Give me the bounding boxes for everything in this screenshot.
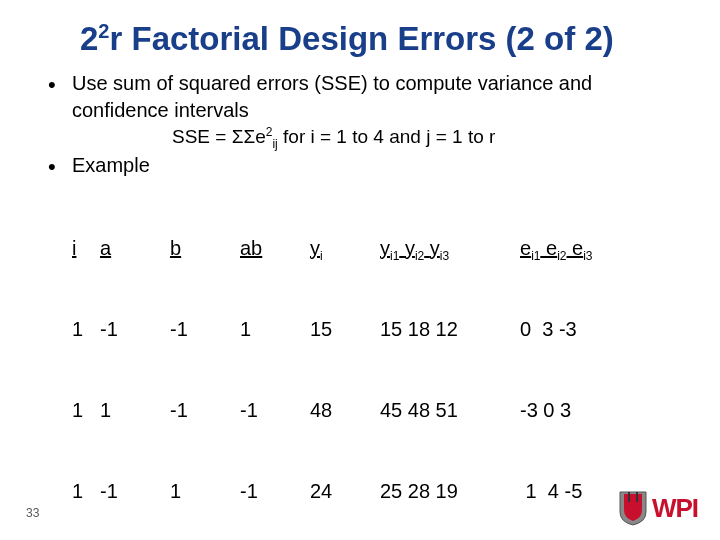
t: i2	[415, 249, 424, 263]
cell: 1	[170, 478, 240, 505]
cell: 15	[310, 316, 380, 343]
t: i3	[583, 249, 592, 263]
cell: 1	[240, 316, 310, 343]
t: e	[546, 237, 557, 259]
cell: 15 18 12	[380, 316, 520, 343]
page-number: 33	[26, 506, 39, 520]
t: for i = 1 to 4 and j = 1 to r	[278, 126, 496, 147]
cell: -1	[170, 316, 240, 343]
wpi-logo: WPI	[618, 490, 698, 526]
shield-icon	[618, 490, 648, 526]
col-a: a	[100, 235, 170, 262]
cell: 1	[72, 478, 100, 505]
t: y	[310, 237, 320, 259]
cell: 45 48 51	[380, 397, 520, 424]
table-row: 1 1 -1 -1 48 45 48 51 -3 0 3	[72, 397, 690, 424]
col-yi: yi1 yi2 yi3	[380, 235, 520, 262]
t: e	[520, 237, 531, 259]
bullet-sse-intro: Use sum of squared errors (SSE) to compu…	[40, 70, 690, 150]
t: i1	[390, 249, 399, 263]
page-title: 22r Factorial Design Errors (2 of 2)	[80, 20, 690, 58]
slide: 22r Factorial Design Errors (2 of 2) Use…	[0, 0, 720, 540]
cell: 1	[100, 397, 170, 424]
cell: 1	[72, 316, 100, 343]
cell: -1	[240, 397, 310, 424]
t: i1	[531, 249, 540, 263]
col-ab: ab	[240, 235, 310, 262]
t: y	[405, 237, 415, 259]
table-header: i a b ab yi yi1 yi2 yi3 ei1 ei2 ei3	[72, 235, 690, 262]
col-b: b	[170, 235, 240, 262]
cell: -1	[170, 397, 240, 424]
col-y: yi	[310, 235, 380, 262]
cell: 24	[310, 478, 380, 505]
cell: -3 0 3	[520, 397, 660, 424]
t: y	[430, 237, 440, 259]
t: i2	[557, 249, 566, 263]
table-row: 1 -1 1 -1 24 25 28 19 1 4 -5	[72, 478, 690, 505]
col-e: ei1 ei2 ei3	[520, 235, 660, 262]
t: e	[572, 237, 583, 259]
t: i	[320, 249, 323, 263]
text: Use sum of squared errors (SSE) to compu…	[72, 72, 592, 121]
cell: 0 3 -3	[520, 316, 660, 343]
bullet-example: Example	[40, 152, 690, 179]
t: y	[380, 237, 390, 259]
cell: 1	[72, 397, 100, 424]
svg-rect-0	[628, 492, 630, 502]
title-sup: 2	[98, 20, 109, 42]
title-pre: 2	[80, 20, 98, 57]
cell: -1	[100, 316, 170, 343]
col-i: i	[72, 235, 100, 262]
logo-text: WPI	[652, 493, 698, 524]
text: Example	[72, 154, 150, 176]
t: ΣΣe	[232, 126, 266, 147]
data-table: i a b ab yi yi1 yi2 yi3 ei1 ei2 ei3 1 -1…	[72, 181, 690, 540]
sse-formula: SSE = ΣΣe2ij for i = 1 to 4 and j = 1 to…	[172, 124, 690, 150]
cell: 25 28 19	[380, 478, 520, 505]
cell: 48	[310, 397, 380, 424]
title-post: r Factorial Design Errors (2 of 2)	[109, 20, 613, 57]
t: SSE =	[172, 126, 232, 147]
slide-body: Use sum of squared errors (SSE) to compu…	[40, 70, 690, 540]
bullet-list: Use sum of squared errors (SSE) to compu…	[40, 70, 690, 179]
table-row: 1 -1 -1 1 15 15 18 12 0 3 -3	[72, 316, 690, 343]
cell: -1	[100, 478, 170, 505]
svg-rect-1	[636, 492, 638, 502]
cell: -1	[240, 478, 310, 505]
t: i3	[440, 249, 449, 263]
